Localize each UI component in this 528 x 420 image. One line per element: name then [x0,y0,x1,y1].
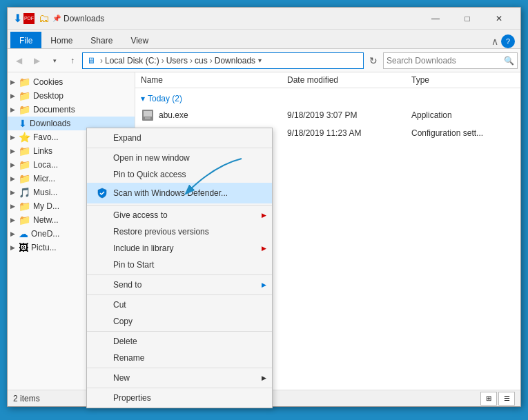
menu-item-properties[interactable]: Properties [87,390,272,406]
close-button[interactable]: ✕ [483,8,515,30]
menu-divider [87,388,272,388]
menu-item-expand[interactable]: Expand [87,130,272,146]
menu-label: Copy [113,317,264,326]
view-details-button[interactable]: ⊞ [480,392,497,406]
sidebar-item-desktop[interactable]: ▶ 📁 Desktop [8,89,135,103]
sidebar-label: Links [33,146,52,156]
sidebar-label: Cookies [33,77,63,87]
recent-button[interactable]: ▾ [46,52,63,69]
address-bar: ◀ ▶ ▾ ↑ 🖥 › Local Disk (C:) › Users › cu… [8,49,520,72]
window-title: Downloads [63,14,420,23]
minimize-button[interactable]: — [420,8,451,30]
menu-label: Open in new window [113,153,264,163]
forward-button[interactable]: ▶ [28,52,45,69]
sidebar-label: Documents [33,105,75,114]
menu-label: Expand [113,133,264,143]
col-type[interactable]: Type [411,75,515,85]
refresh-button[interactable]: ↻ [365,52,382,69]
context-menu: Expand Open in new window Pin to Quick a… [86,128,273,408]
search-input[interactable] [387,56,504,66]
shield-icon [95,186,109,200]
group-label: Today (2) [148,94,182,103]
expand-icon: ▶ [10,134,19,141]
menu-label: Include in library [113,243,264,253]
menu-item-rename[interactable]: Rename [87,350,272,366]
menu-label: Cut [113,300,264,310]
ribbon-tabs: File Home Share View ∧ ? [8,30,520,49]
sidebar-label: OneD... [31,229,59,239]
tab-view[interactable]: View [121,32,157,48]
folder-icon: 📁 [19,214,30,226]
menu-label: Give access to [113,210,264,220]
col-date-modified[interactable]: Date modified [287,75,411,85]
menu-divider [87,205,272,206]
menu-item-copy[interactable]: Copy [87,313,272,330]
menu-divider [87,148,272,148]
menu-item-pin-quick-access[interactable]: Pin to Quick access [87,166,272,183]
expand-icon: ▶ [10,161,19,168]
help-icon[interactable]: ? [501,34,515,48]
menu-item-give-access[interactable]: Give access to [87,207,272,223]
search-box[interactable]: 🔍 [383,52,518,69]
menu-item-new[interactable]: New ▶ [87,370,272,386]
downloads-icon: ⬇ [19,118,27,129]
menu-label: Restore previous versions [113,227,264,237]
view-icons: ⊞ ☰ [480,392,515,406]
menu-item-open-new-window[interactable]: Open in new window [87,150,272,166]
group-header-today[interactable]: ▾ Today (2) [135,91,520,106]
sidebar-label: My D... [33,201,59,211]
menu-item-delete[interactable]: Delete [87,333,272,350]
menu-item-scan-defender[interactable]: Scan with Windows Defender... [87,183,272,203]
sidebar-label: Downloads [30,119,70,128]
pictures-icon: 🖼 [19,242,28,253]
folder-icon: ⭐ [19,132,30,143]
table-row[interactable]: abu.exe 9/18/2019 3:07 PM Application [135,106,520,124]
col-name[interactable]: Name [141,75,287,85]
tab-home[interactable]: Home [41,32,81,48]
menu-item-pin-start[interactable]: Pin to Start [87,257,272,273]
search-icon: 🔍 [504,56,514,66]
menu-item-send-to[interactable]: Send to ▶ [87,277,272,293]
sidebar-label: Loca... [33,160,58,170]
sidebar-label: Netw... [33,215,59,225]
folder-icon: 📁 [19,90,30,101]
window-controls: — □ ✕ [420,8,515,30]
menu-item-restore-versions[interactable]: Restore previous versions [87,223,272,240]
address-path[interactable]: 🖥 › Local Disk (C:) › Users › cus › Down… [82,52,364,69]
file-type: Application [411,110,515,120]
tab-share[interactable]: Share [81,32,121,48]
group-expand-icon: ▾ [141,94,145,103]
menu-divider [87,294,272,295]
menu-item-cut[interactable]: Cut [87,297,272,313]
back-button[interactable]: ◀ [10,52,27,69]
cloud-icon: ☁ [19,228,28,239]
file-exe-icon [141,108,155,122]
tab-file[interactable]: File [10,32,41,48]
folder-icon: 📁 [19,146,30,157]
sidebar-label: Musi... [33,188,57,197]
menu-item-include-library[interactable]: Include in library [87,240,272,257]
file-name: abu.exe [159,110,287,120]
sidebar-label: Pictu... [31,243,57,252]
menu-label: Rename [113,353,264,363]
expand-icon: ▶ [10,189,19,196]
title-folder-icon: 🗂 [39,12,50,25]
expand-icon: ▶ [10,244,19,251]
file-header: Name Date modified Type [135,72,520,88]
folder-icon: 📁 [19,173,30,184]
path-dropdown-icon[interactable]: ▾ [258,57,262,64]
ribbon: File Home Share View ∧ ? [8,30,520,49]
file-date: 9/18/2019 11:23 AM [287,128,411,138]
view-list-button[interactable]: ☰ [498,392,515,406]
ribbon-collapse-icon[interactable]: ∧ [491,36,498,47]
title-arrow-icon: ⬇ [13,12,22,25]
sidebar-item-documents[interactable]: ▶ 📁 Documents [8,103,135,117]
sidebar-label: Micr... [33,174,55,183]
path-users: Users [166,56,188,66]
up-button[interactable]: ↑ [64,52,81,69]
maximize-button[interactable]: □ [451,8,483,30]
menu-label: Pin to Quick access [113,170,264,179]
sidebar-item-cookies[interactable]: ▶ 📁 Cookies [8,75,135,89]
path-pc-icon: 🖥 [87,56,95,66]
music-icon: 🎵 [19,187,30,198]
